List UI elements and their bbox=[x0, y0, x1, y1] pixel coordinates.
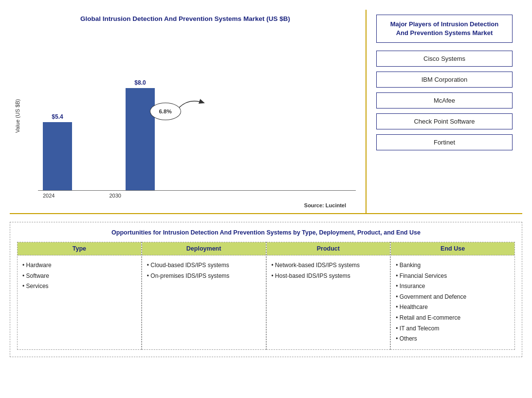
cagr-annotation: 6.8% bbox=[150, 103, 181, 120]
chart-area: Global Intrusion Detection And Preventio… bbox=[10, 10, 367, 213]
bar-value-2024: $5.4 bbox=[52, 113, 63, 120]
column-items-product: Network-based IDS/IPS systems Host-based… bbox=[267, 255, 390, 286]
column-items-type: Hardware Software Services bbox=[18, 255, 141, 297]
source-label: Source: Lucintel bbox=[15, 202, 356, 208]
column-product: Product Network-based IDS/IPS systems Ho… bbox=[266, 242, 391, 350]
cagr-ellipse: 6.8% bbox=[150, 103, 181, 120]
y-axis-label: Value (US $B) bbox=[15, 91, 20, 140]
player-item-checkpoint: Check Point Software bbox=[376, 113, 513, 129]
bottom-title: Opportunities for Intrusion Detection An… bbox=[17, 229, 515, 236]
bar-value-2030: $8.0 bbox=[134, 79, 146, 86]
year-label-2030: 2030 bbox=[109, 193, 121, 199]
column-header-product: Product bbox=[267, 242, 390, 255]
player-item-mcafee: McAfee bbox=[376, 92, 513, 109]
player-item-fortinet: Fortinet bbox=[376, 134, 513, 150]
bar-group-2030: $8.0 bbox=[126, 79, 155, 190]
chart-wrapper: Value (US $B) 6.8% bbox=[15, 34, 356, 199]
column-type: Type Hardware Software Services bbox=[17, 242, 142, 350]
enduse-financial: Financial Services bbox=[396, 271, 510, 282]
deploy-cloud: Cloud-based IDS/IPS systems bbox=[147, 260, 261, 271]
column-enduse: End Use Banking Financial Services Insur… bbox=[390, 242, 515, 350]
bar-group-2024: $5.4 bbox=[43, 113, 72, 190]
column-header-type: Type bbox=[18, 242, 141, 255]
enduse-it: IT and Telecom bbox=[396, 324, 510, 334]
enduse-insurance: Insurance bbox=[396, 281, 510, 292]
product-network: Network-based IDS/IPS systems bbox=[272, 260, 385, 271]
x-axis-line bbox=[38, 190, 356, 191]
type-services: Services bbox=[22, 281, 136, 292]
column-header-enduse: End Use bbox=[391, 242, 514, 255]
main-container: Global Intrusion Detection And Preventio… bbox=[0, 0, 532, 398]
enduse-healthcare: Healthcare bbox=[396, 302, 510, 313]
bottom-section: Opportunities for Intrusion Detection An… bbox=[10, 222, 522, 357]
enduse-govt: Government and Defence bbox=[396, 292, 510, 303]
column-header-deployment: Deployment bbox=[142, 242, 266, 255]
column-items-deployment: Cloud-based IDS/IPS systems On-premises … bbox=[142, 255, 266, 286]
top-section: Global Intrusion Detection And Preventio… bbox=[10, 10, 522, 214]
type-software: Software bbox=[22, 271, 136, 282]
product-host: Host-based IDS/IPS systems bbox=[272, 271, 385, 282]
enduse-retail: Retail and E-commerce bbox=[396, 313, 510, 324]
column-deployment: Deployment Cloud-based IDS/IPS systems O… bbox=[142, 242, 266, 350]
enduse-banking: Banking bbox=[396, 260, 510, 271]
chart-inner: 6.8% bbox=[23, 83, 356, 199]
x-axis-labels: 2024 2030 bbox=[43, 193, 356, 199]
right-panel: Major Players of Intrusion Detection And… bbox=[367, 10, 522, 213]
bars-container: 6.8% bbox=[23, 83, 356, 190]
player-item-ibm: IBM Corporation bbox=[376, 72, 513, 88]
chart-title: Global Intrusion Detection And Preventio… bbox=[80, 15, 290, 24]
player-item-cisco: Cisco Systems bbox=[376, 51, 513, 67]
bar-2024 bbox=[43, 122, 72, 190]
column-items-enduse: Banking Financial Services Insurance Gov… bbox=[391, 255, 514, 349]
columns-grid: Type Hardware Software Services Deployme… bbox=[17, 242, 515, 350]
deploy-onprem: On-premises IDS/IPS systems bbox=[147, 271, 261, 282]
players-title-box: Major Players of Intrusion Detection And… bbox=[376, 15, 513, 43]
enduse-others: Others bbox=[396, 334, 510, 344]
year-label-2024: 2024 bbox=[43, 193, 55, 199]
cagr-arrow-svg bbox=[179, 98, 206, 112]
type-hardware: Hardware bbox=[22, 260, 136, 271]
